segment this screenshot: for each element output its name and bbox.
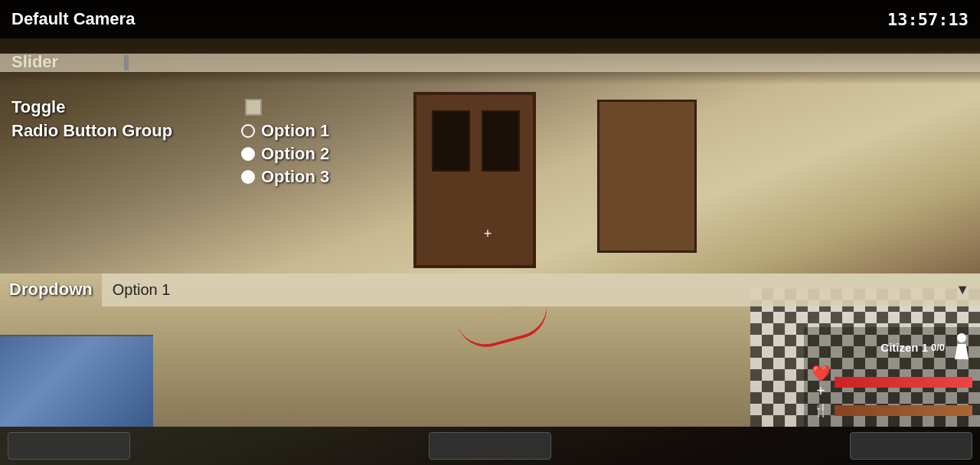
radio-option2-circle[interactable] — [241, 147, 255, 161]
citizen-head — [957, 333, 966, 342]
bottom-bar — [0, 427, 980, 465]
citizen-score: 0/0 — [931, 342, 945, 353]
door-main — [413, 92, 536, 268]
radio-button-group: Radio Button Group Option 1 Option 2 Opt… — [11, 121, 394, 187]
citizen-name: Citizen 1 — [880, 341, 928, 354]
radio-row-3: Option 3 — [11, 167, 394, 187]
radio-row-label: Radio Button Group Option 1 — [11, 121, 394, 141]
bottom-btn-center[interactable] — [429, 432, 551, 460]
citizen-icon — [951, 333, 972, 361]
door-window-left — [432, 110, 470, 172]
food-icon: 🍴 — [812, 403, 830, 418]
slider-track-full[interactable] — [0, 54, 980, 72]
food-bar-fill — [835, 405, 972, 416]
slider-thumb[interactable] — [124, 55, 129, 70]
dropdown-row: Dropdown Option 1 ▼ — [0, 272, 980, 307]
radio-group-label: Radio Button Group — [11, 121, 241, 141]
thumbnail-preview — [0, 335, 153, 427]
door-side — [597, 100, 697, 253]
citizen-info-row: Citizen 1 0/0 — [812, 333, 972, 361]
dropdown-label-block: Dropdown — [0, 272, 102, 307]
camera-title: Default Camera — [11, 9, 135, 29]
radio-option2-label[interactable]: Option 2 — [261, 144, 329, 164]
radio-option3-label[interactable]: Option 3 — [261, 167, 329, 187]
radio-option1-label[interactable]: Option 1 — [261, 121, 329, 141]
toggle-row: Toggle — [11, 97, 394, 117]
health-bar-track — [835, 377, 972, 388]
health-bar-row: ❤️+ — [812, 364, 972, 400]
citizen-body — [955, 344, 969, 359]
dropdown-value: Option 1 — [113, 281, 171, 299]
dropdown-select[interactable]: Option 1 ▼ — [102, 273, 980, 306]
toggle-checkbox[interactable] — [245, 99, 262, 116]
radio-row-2: Option 2 — [11, 144, 394, 164]
health-icon: ❤️+ — [812, 364, 830, 400]
food-bar-track — [835, 405, 972, 416]
dropdown-label: Dropdown — [9, 280, 93, 299]
top-bar: Default Camera 13:57:13 — [0, 0, 980, 38]
food-bar-row: 🍴 — [812, 403, 972, 418]
door-window-right — [482, 110, 520, 172]
bottom-btn-left[interactable] — [8, 432, 130, 460]
clock-display: 13:57:13 — [887, 10, 969, 29]
radio-option1-circle[interactable] — [241, 124, 255, 138]
dropdown-chevron-icon: ▼ — [956, 282, 969, 298]
crosshair: + — [480, 226, 495, 241]
toggle-label: Toggle — [11, 97, 241, 117]
hud-panel: Citizen 1 0/0 ❤️+ 🍴 — [804, 327, 980, 427]
bottom-btn-right[interactable] — [850, 432, 972, 460]
health-bar-fill — [835, 377, 972, 388]
radio-option3-circle[interactable] — [241, 170, 255, 184]
